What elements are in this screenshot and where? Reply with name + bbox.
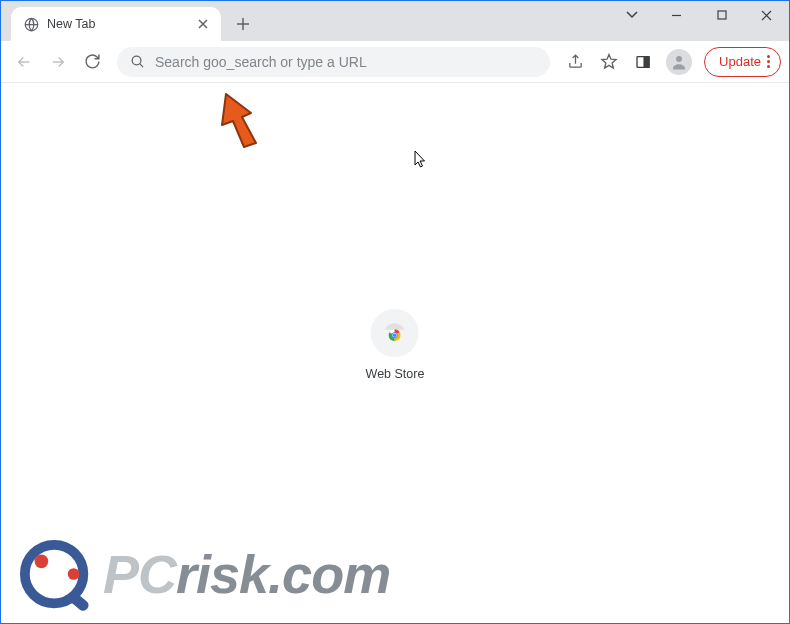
svg-point-9 <box>393 333 396 336</box>
back-button[interactable] <box>9 47 39 77</box>
watermark: PCrisk.com <box>19 535 390 613</box>
maximize-button[interactable] <box>699 1 744 29</box>
update-button[interactable]: Update <box>704 47 781 77</box>
watermark-logo-icon <box>19 535 97 613</box>
close-tab-button[interactable] <box>195 16 211 32</box>
omnibox-input[interactable] <box>155 54 538 70</box>
svg-point-2 <box>132 56 141 65</box>
svg-rect-4 <box>644 56 649 67</box>
webstore-shortcut[interactable] <box>371 309 419 357</box>
new-tab-button[interactable] <box>229 10 257 38</box>
tab-search-button[interactable] <box>609 1 654 29</box>
address-bar[interactable] <box>117 47 550 77</box>
tab-strip: New Tab <box>1 1 789 41</box>
minimize-button[interactable] <box>654 1 699 29</box>
search-icon <box>129 54 145 70</box>
profile-avatar[interactable] <box>666 49 692 75</box>
webstore-label: Web Store <box>366 367 425 381</box>
svg-rect-1 <box>718 11 726 19</box>
side-panel-icon[interactable] <box>628 47 658 77</box>
browser-tab[interactable]: New Tab <box>11 7 221 41</box>
watermark-text: PCrisk.com <box>103 543 390 605</box>
shortcuts-area: Web Store <box>366 309 425 381</box>
globe-icon <box>23 16 39 32</box>
arrow-callout-icon <box>216 91 276 151</box>
svg-rect-13 <box>66 590 91 613</box>
svg-point-12 <box>35 555 49 569</box>
reload-button[interactable] <box>77 47 107 77</box>
svg-point-11 <box>68 568 80 580</box>
page-content: Web Store PCrisk.com <box>1 83 789 623</box>
window-close-button[interactable] <box>744 1 789 29</box>
forward-button[interactable] <box>43 47 73 77</box>
svg-point-5 <box>676 56 682 62</box>
share-icon[interactable] <box>560 47 590 77</box>
tab-title: New Tab <box>47 17 95 31</box>
window-controls <box>609 1 789 29</box>
menu-dots-icon <box>767 55 770 68</box>
update-label: Update <box>719 54 761 69</box>
svg-point-10 <box>25 545 84 604</box>
cursor-icon <box>414 150 428 168</box>
bookmark-icon[interactable] <box>594 47 624 77</box>
browser-toolbar: Update <box>1 41 789 83</box>
chrome-store-icon <box>382 320 408 346</box>
